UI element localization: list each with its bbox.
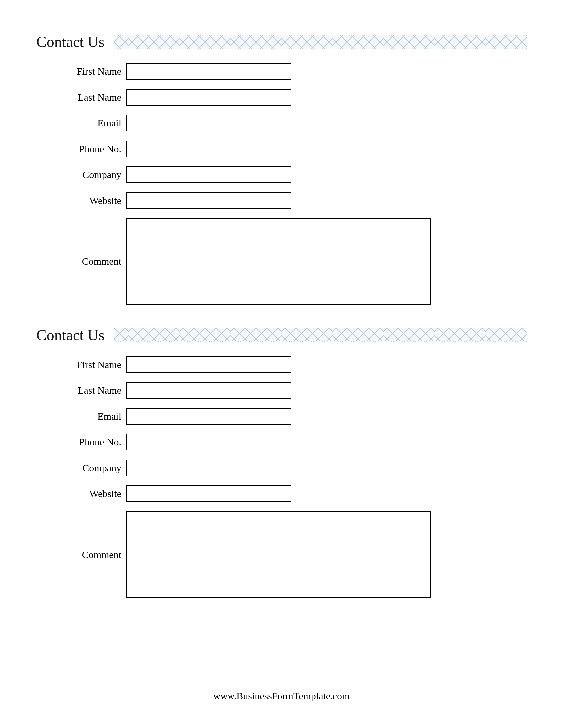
comment-label-1: Comment — [36, 256, 126, 267]
decorative-pattern-bar-2 — [114, 328, 527, 342]
section-title-2: Contact Us — [36, 326, 105, 344]
email-input-1[interactable] — [126, 115, 292, 131]
section-header-2: Contact Us — [36, 326, 527, 344]
email-label-2: Email — [36, 411, 126, 422]
first-name-label-1: First Name — [36, 66, 126, 77]
section-header-1: Contact Us — [36, 33, 527, 51]
last-name-label-2: Last Name — [36, 385, 126, 396]
decorative-pattern-bar-1 — [114, 35, 527, 49]
company-label-1: Company — [36, 169, 126, 180]
footer-text: www.BusinessFormTemplate.com — [0, 690, 563, 702]
contact-form-1: Contact Us First Name Last Name Email Ph… — [36, 33, 527, 305]
comment-label-2: Comment — [36, 549, 126, 560]
last-name-input-2[interactable] — [126, 382, 292, 399]
website-input-1[interactable] — [126, 192, 292, 209]
email-input-2[interactable] — [126, 408, 292, 425]
website-label-1: Website — [36, 195, 126, 206]
company-input-2[interactable] — [126, 460, 292, 476]
phone-label-2: Phone No. — [36, 436, 126, 448]
comment-textarea-1[interactable] — [126, 218, 431, 305]
last-name-input-1[interactable] — [126, 89, 292, 106]
section-title-1: Contact Us — [36, 33, 105, 51]
first-name-label-2: First Name — [36, 359, 126, 370]
first-name-input-1[interactable] — [126, 63, 292, 80]
first-name-input-2[interactable] — [126, 356, 292, 373]
phone-input-2[interactable] — [126, 434, 292, 450]
phone-label-1: Phone No. — [36, 143, 126, 155]
contact-form-2: Contact Us First Name Last Name Email Ph… — [36, 326, 527, 598]
last-name-label-1: Last Name — [36, 92, 126, 103]
phone-input-1[interactable] — [126, 141, 292, 157]
comment-textarea-2[interactable] — [126, 511, 431, 598]
email-label-1: Email — [36, 117, 126, 129]
website-label-2: Website — [36, 488, 126, 499]
company-input-1[interactable] — [126, 166, 292, 183]
website-input-2[interactable] — [126, 485, 292, 502]
company-label-2: Company — [36, 462, 126, 474]
